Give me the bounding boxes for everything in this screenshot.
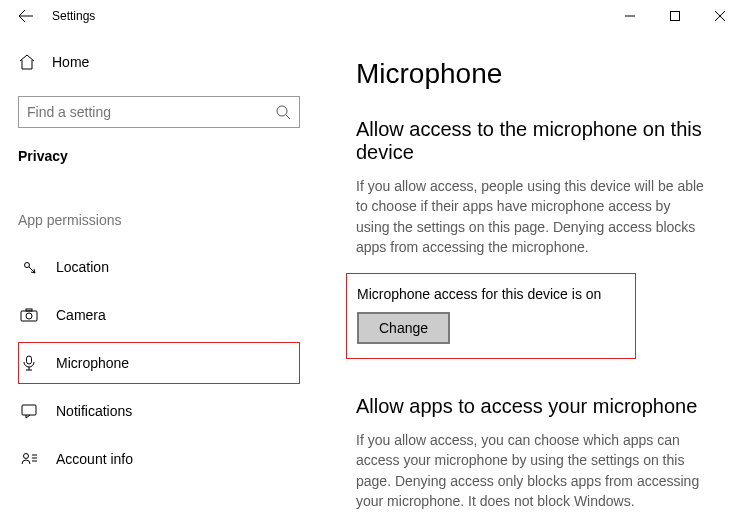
notifications-icon [20, 402, 38, 420]
window-controls [607, 1, 742, 31]
sidebar-item-location[interactable]: Location [18, 246, 300, 288]
minimize-icon [625, 11, 635, 21]
arrow-left-icon [18, 9, 34, 23]
svg-rect-12 [26, 309, 32, 311]
section1-desc: If you allow access, people using this d… [356, 176, 706, 257]
titlebar: Settings [0, 0, 742, 32]
sidebar-item-account-info[interactable]: Account info [18, 438, 300, 480]
change-button[interactable]: Change [357, 312, 450, 344]
sidebar-group-label: App permissions [18, 212, 320, 228]
sidebar-item-label: Microphone [56, 355, 129, 371]
camera-icon [20, 306, 38, 324]
page-title: Microphone [356, 58, 706, 90]
sidebar-item-microphone[interactable]: Microphone [18, 342, 300, 384]
sidebar-item-label: Location [56, 259, 109, 275]
svg-point-11 [26, 313, 32, 319]
svg-rect-1 [670, 12, 679, 21]
svg-line-5 [286, 115, 290, 119]
back-button[interactable] [12, 9, 40, 23]
home-label: Home [52, 54, 89, 70]
search-input[interactable] [27, 104, 276, 120]
maximize-icon [670, 11, 680, 21]
sidebar: Home Privacy App permissions Location Ca… [0, 32, 320, 516]
sidebar-item-label: Account info [56, 451, 133, 467]
account-info-icon [20, 450, 38, 468]
close-icon [715, 11, 725, 21]
sidebar-item-label: Camera [56, 307, 106, 323]
sidebar-section-title: Privacy [18, 148, 320, 164]
main-content: Microphone Allow access to the microphon… [320, 32, 742, 516]
sidebar-home[interactable]: Home [18, 44, 320, 80]
minimize-button[interactable] [607, 1, 652, 31]
svg-point-4 [277, 106, 287, 116]
search-icon [276, 105, 291, 120]
window-title: Settings [40, 9, 95, 23]
microphone-icon [20, 354, 38, 372]
section1-heading: Allow access to the microphone on this d… [356, 118, 706, 164]
svg-rect-13 [27, 356, 32, 364]
svg-point-6 [25, 263, 30, 268]
search-box[interactable] [18, 96, 300, 128]
sidebar-item-notifications[interactable]: Notifications [18, 390, 300, 432]
svg-rect-16 [22, 405, 36, 415]
sidebar-item-camera[interactable]: Camera [18, 294, 300, 336]
sidebar-item-label: Notifications [56, 403, 132, 419]
svg-point-17 [24, 454, 29, 459]
section2-desc: If you allow access, you can choose whic… [356, 430, 706, 511]
maximize-button[interactable] [652, 1, 697, 31]
close-button[interactable] [697, 1, 742, 31]
highlighted-region: Microphone access for this device is on … [346, 273, 636, 359]
microphone-status: Microphone access for this device is on [357, 286, 625, 302]
section2-heading: Allow apps to access your microphone [356, 395, 706, 418]
location-icon [20, 258, 38, 276]
home-icon [18, 53, 36, 71]
